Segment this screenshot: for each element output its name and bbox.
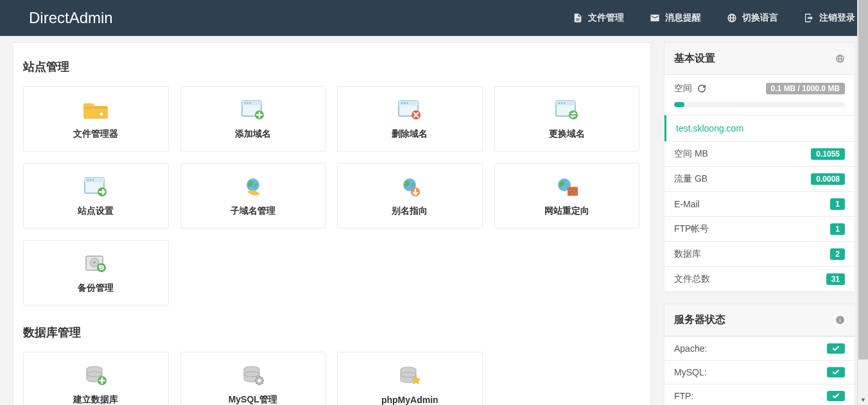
- space-label: 空间: [674, 83, 692, 94]
- card-alias[interactable]: 别名指向: [337, 163, 483, 228]
- globe-firewall-icon: [554, 175, 580, 200]
- svg-point-31: [93, 261, 96, 264]
- card-delete-domain[interactable]: 删除域名: [337, 86, 483, 151]
- card-create-db[interactable]: 建立数据库: [23, 352, 169, 405]
- status-ok-badge: [827, 343, 845, 354]
- browser-x-icon: [397, 98, 422, 123]
- svg-point-15: [560, 102, 562, 104]
- space-usage-badge: 0.1 MB / 1000.0 MB: [766, 83, 845, 94]
- db-grid: 建立数据库 MySQL管理 phpMyAdmin: [23, 352, 641, 405]
- stat-row-value: 0.1055: [811, 148, 845, 160]
- stat-row: 流量 GB0.0008: [664, 166, 855, 191]
- server-row: Apache:: [664, 336, 855, 360]
- browser-plus-icon: [240, 98, 266, 123]
- card-label: 别名指向: [392, 205, 428, 217]
- browser-swap-icon: [554, 98, 580, 123]
- card-site-settings[interactable]: 站点设置: [23, 163, 169, 228]
- card-label: 删除域名: [392, 128, 428, 140]
- browser-arrow-icon: [83, 175, 108, 200]
- card-label: MySQL管理: [229, 394, 277, 405]
- svg-point-22: [92, 179, 94, 181]
- stat-row-value: 31: [826, 273, 845, 285]
- card-mysql-management[interactable]: MySQL管理: [180, 352, 326, 405]
- svg-point-39: [257, 379, 261, 383]
- card-phpmyadmin[interactable]: phpMyAdmin: [337, 352, 483, 405]
- panel-title-server: 服务器状态: [674, 313, 725, 327]
- brand[interactable]: DirectAdmin: [0, 9, 126, 27]
- globe-hand-icon: [240, 175, 266, 200]
- globe-icon: [727, 13, 737, 23]
- stat-row-label: 数据库: [674, 248, 701, 260]
- globe-icon: [835, 54, 845, 64]
- stat-row-value: 1: [830, 198, 845, 210]
- card-change-domain[interactable]: 更换域名: [494, 86, 640, 151]
- server-row-label: MySQL:: [674, 367, 707, 377]
- server-status-panel: 服务器状态 Apache:MySQL:FTP: PHP: 5.6.40: [664, 304, 855, 405]
- stat-row: E-Mail1: [664, 191, 855, 216]
- card-redirect[interactable]: 网站重定向: [494, 163, 640, 228]
- card-label: 添加域名: [235, 128, 271, 140]
- svg-point-16: [563, 102, 565, 104]
- svg-point-20: [87, 179, 89, 181]
- card-add-domain[interactable]: 添加域名: [180, 86, 326, 151]
- nav-item-label: 文件管理: [588, 12, 624, 24]
- card-backup[interactable]: 备份管理: [23, 240, 169, 306]
- stat-row: 文件总数31: [664, 266, 855, 291]
- stat-row-value: 2: [830, 248, 845, 260]
- space-progress: [674, 102, 845, 107]
- sign-out-icon: [804, 13, 814, 23]
- scrollbar[interactable]: ▲ ▼: [857, 0, 868, 405]
- svg-point-10: [406, 102, 408, 104]
- server-row: FTP:: [664, 384, 855, 405]
- nav-file-management[interactable]: 文件管理: [560, 0, 637, 36]
- site-grid: 文件管理器 添加域名 删除域名: [23, 86, 641, 306]
- svg-point-4: [249, 102, 251, 104]
- status-ok-badge: [827, 367, 845, 377]
- section-title-site: 站点管理: [23, 59, 641, 74]
- scrollbar-down-arrow[interactable]: ▼: [858, 394, 868, 405]
- svg-point-9: [404, 102, 406, 104]
- stat-row: FTP帐号1: [664, 216, 855, 241]
- stat-row: 数据库2: [664, 241, 855, 266]
- navbar: DirectAdmin 文件管理 消息提醒 切换语言 注销登录: [0, 0, 868, 36]
- stat-row-value: 1: [830, 223, 845, 235]
- site-management-panel: 站点管理 文件管理器 添加域名: [13, 42, 651, 405]
- card-label: 文件管理器: [73, 128, 118, 140]
- envelope-icon: [650, 13, 660, 23]
- card-subdomain[interactable]: 子域名管理: [180, 163, 326, 228]
- card-label: 子域名管理: [230, 205, 275, 217]
- server-row: MySQL:: [664, 360, 855, 384]
- server-row-label: Apache:: [674, 343, 707, 354]
- card-label: 备份管理: [78, 282, 114, 294]
- stat-row-label: 空间 MB: [674, 148, 708, 160]
- card-label: phpMyAdmin: [381, 395, 438, 405]
- stat-row-label: 文件总数: [674, 273, 710, 285]
- svg-point-17: [569, 110, 578, 119]
- domain-link[interactable]: test.skloong.com: [664, 115, 855, 141]
- info-icon: [835, 315, 845, 325]
- card-file-manager[interactable]: 文件管理器: [23, 86, 169, 151]
- nav-item-label: 消息提醒: [665, 12, 701, 24]
- scrollbar-thumb[interactable]: [858, 0, 868, 359]
- nav-language[interactable]: 切换语言: [714, 0, 791, 36]
- stat-row-label: 流量 GB: [674, 173, 707, 185]
- svg-point-14: [558, 102, 560, 104]
- database-star-icon: [397, 364, 422, 390]
- stat-row-label: FTP帐号: [674, 223, 709, 235]
- svg-point-8: [401, 102, 403, 104]
- svg-point-21: [90, 179, 92, 181]
- card-label: 网站重定向: [544, 205, 589, 217]
- card-label: 站点设置: [78, 205, 114, 217]
- card-label: 建立数据库: [73, 394, 118, 405]
- nav-item-label: 切换语言: [742, 12, 778, 24]
- refresh-icon[interactable]: [697, 84, 706, 93]
- space-progress-bar: [674, 102, 684, 107]
- database-plus-icon: [83, 363, 108, 389]
- server-row-label: FTP:: [674, 391, 693, 401]
- nav-logout[interactable]: 注销登录: [791, 0, 868, 36]
- status-ok-badge: [827, 391, 845, 401]
- hdd-refresh-icon: [83, 252, 108, 277]
- database-gear-icon: [240, 363, 266, 389]
- svg-point-2: [244, 102, 246, 104]
- nav-messages[interactable]: 消息提醒: [637, 0, 714, 36]
